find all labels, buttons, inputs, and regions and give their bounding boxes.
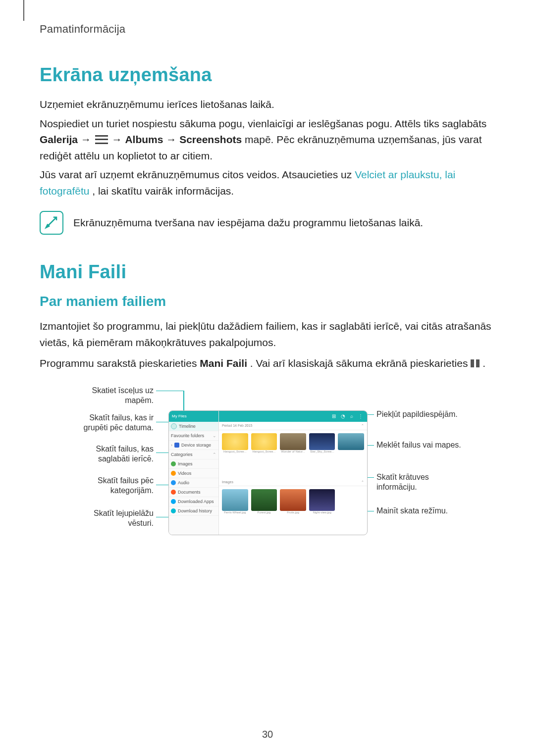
sidebar-history: Download history [169, 506, 218, 516]
page-header: Pamatinformācija [40, 23, 495, 36]
sidebar-title: My Files [169, 411, 218, 422]
callout-search: Meklēt failus vai mapes. [376, 440, 471, 450]
note-text: Ekrānuzņēmuma tveršana nav iespējama daž… [73, 215, 423, 231]
section1-p3: Jūs varat arī uzņemt ekrānuzņēmumus cito… [40, 167, 495, 199]
label: Audio [178, 480, 189, 485]
device-sidebar: My Files Timeline Favourite folders⌄ › D… [169, 411, 219, 535]
grid-view-icon: ⊞ [332, 413, 336, 419]
device-images-row: Images⌃ [219, 479, 367, 486]
section1-p1: Uzņemiet ekrānuzņēmumu ierīces lietošana… [40, 97, 495, 113]
callout-by-category: Skatīt failus pēc kategorijām. [69, 476, 154, 496]
connector [156, 391, 183, 392]
callout-download-history: Skatīt lejupielāžu vēsturi. [69, 508, 154, 528]
callout-view-mode: Mainīt skata režīmu. [376, 506, 471, 516]
thumb-row-2: Ferris-Wheel.jpg Forest.jpg Fruits.jpg N… [219, 486, 367, 535]
label: Downloaded Apps [178, 499, 214, 504]
text: Jūs varat arī uzņemt ekrānuzņēmumus cito… [40, 169, 355, 180]
arrow: → [112, 134, 125, 145]
label: Favourite folders [171, 433, 204, 438]
callout-storage-info: Skatīt krātuves informāciju. [376, 472, 471, 492]
app-grid-icon [471, 359, 480, 367]
arrow: → [166, 134, 179, 145]
thumb-row-1: Hangout_Scree... Hangout_Scree... Wonder… [219, 430, 367, 479]
text: Programmu sarakstā pieskarieties [40, 357, 200, 369]
section2-p2: Programmu sarakstā pieskarieties Mani Fa… [40, 355, 495, 372]
label: Download history [178, 508, 212, 513]
sidebar-images: Images [169, 459, 218, 469]
more-icon: ⋮ [358, 413, 363, 419]
text: . Vai arī klasiskajā sākuma ekrānā piesk… [250, 357, 471, 369]
page-number: 30 [0, 729, 535, 740]
albums-label: Albums [125, 134, 163, 145]
label: Timeline [179, 424, 196, 429]
text: . [482, 357, 485, 369]
sidebar-device-storage: › Device storage [169, 441, 218, 450]
sidebar-audio: Audio [169, 478, 218, 488]
sidebar-videos: Videos [169, 469, 218, 478]
sidebar-timeline: Timeline [169, 422, 218, 431]
hamburger-icon [95, 135, 108, 144]
gallery-label: Galerija [40, 134, 78, 145]
callout-grouped-by-date: Skatīt failus, kas ir grupēti pēc datuma… [69, 413, 154, 433]
section2-p1: Izmantojiet šo programmu, lai piekļūtu d… [40, 318, 495, 351]
search-icon: ⌕ [350, 413, 353, 419]
section-title-screenshot: Ekrāna uzņemšana [40, 64, 495, 86]
label: Device storage [181, 443, 211, 448]
text: Nospiediet un turiet nospiestu sākuma po… [40, 118, 486, 129]
callout-shortcuts: Skatiet īsceļus uz mapēm. [69, 386, 154, 405]
callout-more-options: Piekļūt papildiespējām. [376, 409, 471, 419]
storage-icon: ◔ [341, 413, 345, 419]
annotated-screenshot: Skatiet īsceļus uz mapēm. Skatīt failus,… [69, 386, 466, 549]
page-binding-mark [23, 0, 24, 21]
device-main: ⊞ ◔ ⌕ ⋮ Period 14 Feb 2015⌃ Hangout_Scre… [219, 411, 367, 535]
manifaili-label: Mani Faili [200, 357, 247, 369]
page-content: Pamatinformācija Ekrāna uzņemšana Uzņemi… [40, 23, 495, 549]
device-mockup: My Files Timeline Favourite folders⌄ › D… [168, 410, 368, 535]
device-toolbar: ⊞ ◔ ⌕ ⋮ [219, 411, 367, 422]
sidebar-documents: Documents [169, 488, 218, 497]
section1-p2: Nospiediet un turiet nospiestu sākuma po… [40, 116, 495, 164]
device-date-row: Period 14 Feb 2015⌃ [219, 422, 367, 430]
section-title-myfiles: Mani Faili [40, 261, 495, 283]
subsection-title-about: Par maniem failiem [40, 294, 495, 309]
screenshots-label: Screenshots [179, 134, 242, 145]
note-block: Ekrānuzņēmuma tveršana nav iespējama daž… [40, 211, 495, 235]
label: Videos [178, 471, 191, 476]
text: , lai skatītu vairāk informācijas. [92, 185, 234, 197]
label: Documents [178, 490, 201, 495]
callout-stored-on-device: Skatīt failus, kas saglabāti ierīcē. [69, 444, 154, 464]
label: Images [178, 461, 193, 466]
label: Categories [171, 452, 193, 457]
sidebar-downloaded: Downloaded Apps [169, 497, 218, 506]
sidebar-favourite: Favourite folders⌄ [169, 431, 218, 441]
sidebar-categories: Categories⌃ [169, 450, 218, 459]
note-icon [40, 211, 63, 235]
arrow: → [81, 134, 94, 145]
